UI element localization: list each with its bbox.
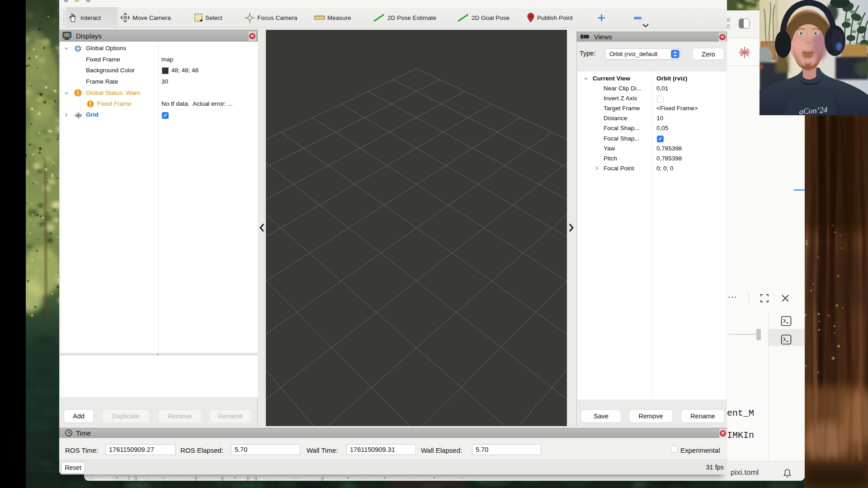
svg-text:aCon’24: aCon’24 xyxy=(799,105,828,115)
